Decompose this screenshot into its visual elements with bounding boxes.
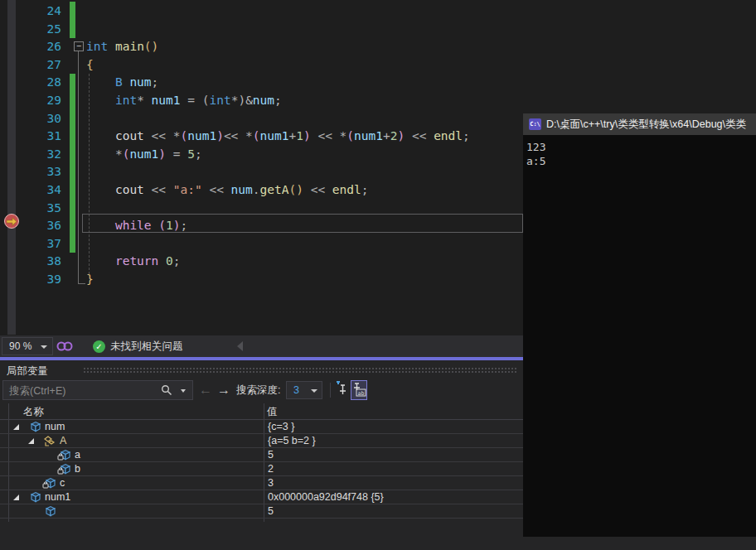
- line-number: 39: [23, 270, 61, 288]
- search-back-button[interactable]: ←: [199, 380, 212, 400]
- line-number: 31: [23, 127, 61, 145]
- search-input[interactable]: 搜索(Ctrl+E): [2, 380, 193, 400]
- zoom-level-value: 90 %: [9, 340, 32, 352]
- vs-window: 242526int main()27{28 B num;29 int* num1…: [0, 0, 756, 550]
- line-number: 38: [23, 252, 61, 270]
- toolbar-separator: [330, 383, 331, 398]
- table-row[interactable]: a5: [0, 448, 523, 462]
- chevron-down-icon: [41, 345, 47, 349]
- table-row[interactable]: num{c=3 }: [0, 420, 523, 434]
- console-window: C:\ D:\桌面\c++\try\类类型转换\x64\Debug\类类 123…: [523, 113, 756, 537]
- editor-status-row: 90 % ✓ 未找到相关问题: [0, 335, 523, 357]
- code-text: *(num1) = 5;: [86, 145, 202, 163]
- column-header-value[interactable]: 值: [267, 405, 278, 419]
- line-number: 35: [23, 199, 61, 217]
- fold-outline-line: [78, 51, 79, 283]
- health-status-text: 未找到相关问题: [110, 340, 183, 354]
- line-number: 26: [23, 37, 61, 55]
- code-text: cout << *(num1)<< *(num1+1) << *(num1+2)…: [86, 127, 470, 145]
- console-output-line: a:5: [523, 154, 756, 168]
- variable-name: a: [75, 449, 80, 461]
- search-depth-label: 搜索深度:: [236, 384, 280, 398]
- line-number: 29: [23, 91, 61, 109]
- hscrollbar-left-arrow-icon[interactable]: [237, 341, 243, 351]
- zoom-level-dropdown[interactable]: 90 %: [2, 337, 53, 355]
- current-line-highlight: [82, 214, 523, 233]
- chevron-down-icon[interactable]: [181, 389, 186, 393]
- check-icon: ✓: [93, 340, 105, 353]
- code-line-27[interactable]: 27{: [0, 55, 756, 74]
- code-text: }: [86, 270, 94, 288]
- console-output-line: 123: [523, 140, 756, 154]
- search-depth-value: 3: [293, 384, 299, 396]
- current-statement-breakpoint-icon[interactable]: [4, 214, 19, 229]
- table-row[interactable]: b2: [0, 462, 523, 476]
- pin-to-source-button[interactable]: [333, 380, 350, 400]
- variable-name: num: [45, 421, 65, 432]
- code-text: B num;: [86, 73, 158, 91]
- fold-outline-end: [78, 283, 85, 284]
- code-line-25[interactable]: 25: [0, 20, 756, 38]
- console-output: 123a:5: [523, 135, 756, 537]
- code-text: int* num1 = (int*)&num;: [86, 91, 282, 109]
- locals-table-header[interactable]: 名称 值: [0, 403, 523, 420]
- variable-value[interactable]: 0x000000a92d94f748 {5}: [268, 491, 384, 503]
- svg-text:ab: ab: [358, 390, 365, 397]
- console-title-text: D:\桌面\c++\try\类类型转换\x64\Debug\类类: [546, 118, 756, 132]
- code-text: {: [86, 55, 94, 74]
- variable-value[interactable]: 5: [268, 505, 274, 517]
- code-text: return 0;: [86, 252, 181, 270]
- line-number: 36: [23, 216, 61, 234]
- code-text: int main(): [86, 37, 158, 55]
- variable-value[interactable]: {c=3 }: [268, 421, 294, 432]
- line-number: 27: [23, 55, 61, 74]
- panel-drag-grip[interactable]: [83, 367, 518, 373]
- variable-name: num1: [45, 491, 70, 503]
- search-depth-dropdown[interactable]: 3: [286, 381, 322, 399]
- search-icon: [161, 384, 172, 399]
- fold-collapse-icon[interactable]: −: [74, 41, 84, 51]
- expander-icon[interactable]: [13, 495, 19, 500]
- console-title-bar[interactable]: C:\ D:\桌面\c++\try\类类型转换\x64\Debug\类类: [523, 113, 756, 135]
- code-line-28[interactable]: 28 B num;: [0, 73, 756, 91]
- document-health-indicator[interactable]: ✓ 未找到相关问题: [93, 339, 183, 354]
- yellow-arrow-icon: [7, 217, 17, 226]
- table-row[interactable]: num10x000000a92d94f748 {5}: [0, 490, 523, 504]
- cmd-icon: C:\: [529, 118, 541, 130]
- variable-name: A: [60, 435, 66, 446]
- expander-icon[interactable]: [13, 424, 19, 430]
- code-text: cout << "a:" << num.getA() << endl;: [86, 181, 369, 199]
- code-line-26[interactable]: 26int main(): [0, 37, 756, 55]
- line-number: 34: [23, 181, 61, 199]
- variable-value[interactable]: 5: [268, 449, 274, 461]
- line-number: 37: [23, 234, 61, 253]
- table-row[interactable]: 5: [0, 504, 523, 519]
- table-row[interactable]: c3: [0, 476, 523, 490]
- code-line-29[interactable]: 29 int* num1 = (int*)&num;: [0, 91, 756, 109]
- column-header-name[interactable]: 名称: [23, 405, 44, 419]
- chevron-down-icon: [311, 389, 317, 393]
- variable-value[interactable]: {a=5 b=2 }: [268, 435, 316, 446]
- code-line-24[interactable]: 24: [0, 2, 756, 20]
- purple-glasses-icon[interactable]: [56, 339, 73, 357]
- line-number: 25: [23, 20, 61, 38]
- table-row[interactable]: A{a=5 b=2 }: [0, 434, 523, 448]
- variable-name: c: [60, 477, 65, 489]
- search-placeholder: 搜索(Ctrl+E): [9, 384, 65, 398]
- locals-panel-title: 局部变量: [7, 364, 48, 379]
- search-forward-button[interactable]: →: [217, 380, 230, 400]
- line-number: 30: [23, 109, 61, 128]
- pin-values-toggle-button[interactable]: ab: [351, 380, 367, 400]
- expander-icon[interactable]: [28, 438, 34, 444]
- line-number: 33: [23, 162, 61, 181]
- variable-value[interactable]: 3: [268, 477, 274, 489]
- line-number: 28: [23, 73, 61, 91]
- line-number: 32: [23, 145, 61, 163]
- line-number: 24: [23, 2, 61, 20]
- indent-guide: [89, 74, 90, 278]
- variable-name: b: [75, 463, 80, 475]
- variable-value[interactable]: 2: [268, 463, 274, 475]
